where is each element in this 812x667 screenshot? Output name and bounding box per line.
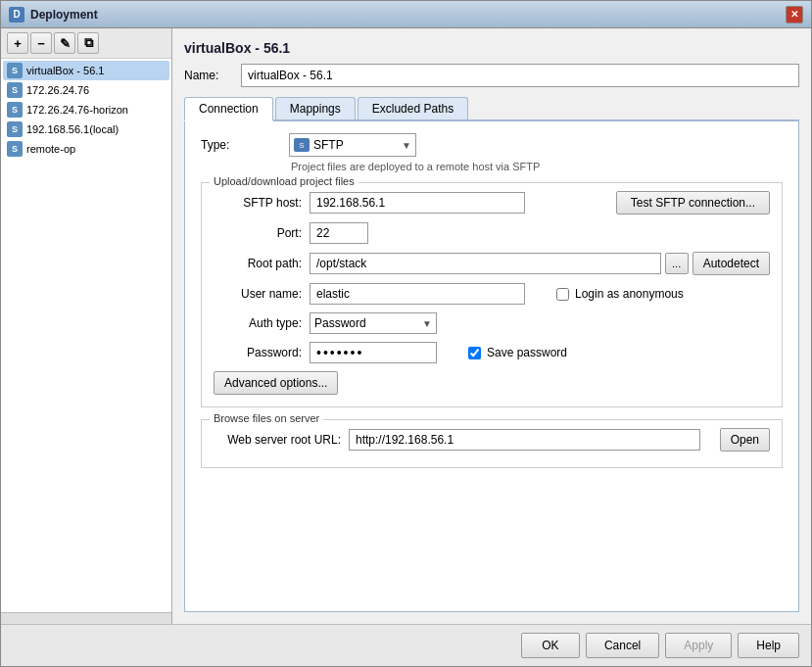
server-icon: S [7, 102, 23, 118]
remove-server-button[interactable]: − [30, 32, 52, 54]
server-icon: S [7, 141, 23, 157]
tab-connection[interactable]: Connection [184, 97, 273, 121]
deployment-window: D Deployment ✕ + − ✎ ⧉ S virtualBox - 56… [0, 0, 812, 667]
user-name-row: User name: Login as anonymous [214, 283, 770, 305]
sidebar-item-virtualbox-56-1[interactable]: S virtualBox - 56.1 [3, 61, 169, 80]
server-icon: S [7, 63, 23, 78]
root-path-input[interactable] [310, 253, 661, 274]
server-tree[interactable]: S virtualBox - 56.1 S 172.26.24.76 S 172… [1, 59, 171, 612]
auth-type-label: Auth type: [214, 316, 302, 330]
sidebar-item-172-26-24-76-horizon[interactable]: S 172.26.24.76-horizon [3, 100, 169, 119]
server-icon: S [7, 82, 23, 98]
auth-type-value: Password [314, 316, 422, 330]
main-panel: virtualBox - 56.1 Name: Connection Mappi… [172, 28, 811, 624]
sidebar-item-label: remote-op [26, 143, 75, 155]
password-label: Password: [214, 346, 302, 359]
root-path-label: Root path: [214, 257, 302, 270]
server-icon: S [7, 121, 23, 137]
sftp-host-label: SFTP host: [214, 196, 302, 210]
auth-type-row: Auth type: Password ▼ [214, 312, 770, 334]
tab-excluded-paths[interactable]: Excluded Paths [358, 97, 468, 119]
login-anon-label: Login as anonymous [575, 287, 684, 301]
sidebar-item-remote-op[interactable]: S remote-op [3, 139, 169, 159]
save-password-row: Save password [468, 346, 567, 359]
tab-bar: Connection Mappings Excluded Paths [184, 97, 799, 121]
advanced-options-button[interactable]: Advanced options... [214, 371, 338, 395]
sidebar-item-label: virtualBox - 56.1 [26, 65, 104, 76]
browse-path-button[interactable]: ... [665, 253, 689, 274]
add-server-button[interactable]: + [7, 32, 28, 54]
title-bar: D Deployment ✕ [1, 1, 811, 28]
bottom-bar: OK Cancel Apply Help [1, 624, 811, 666]
open-button[interactable]: Open [720, 428, 770, 452]
type-select-arrow-icon: ▼ [402, 140, 411, 151]
port-row: Port: [214, 222, 770, 244]
sidebar-item-label: 172.26.24.76 [26, 84, 89, 96]
type-select-text: SFTP [313, 138, 398, 152]
browse-section: Browse files on server Web server root U… [201, 419, 783, 468]
login-anon-checkbox[interactable] [556, 288, 569, 301]
tab-mappings[interactable]: Mappings [275, 97, 356, 119]
web-url-row: Web server root URL: Open [214, 428, 770, 452]
path-row: ... Autodetect [310, 252, 770, 275]
password-row: Password: Save password [214, 342, 770, 363]
web-url-label: Web server root URL: [214, 433, 341, 447]
connection-form: Type: S SFTP ▼ Project files are deploye… [184, 121, 799, 612]
panel-title: virtualBox - 56.1 [184, 40, 799, 56]
sidebar-item-label: 192.168.56.1(local) [26, 123, 119, 135]
user-name-label: User name: [214, 287, 302, 301]
test-sftp-button[interactable]: Test SFTP connection... [616, 191, 770, 214]
type-select[interactable]: S SFTP ▼ [289, 133, 416, 157]
cancel-button[interactable]: Cancel [586, 633, 659, 658]
auth-type-select[interactable]: Password ▼ [310, 312, 437, 334]
help-button[interactable]: Help [738, 633, 799, 658]
user-name-input[interactable] [310, 283, 525, 305]
sidebar-item-192-168-56-1-local[interactable]: S 192.168.56.1(local) [3, 119, 169, 139]
sidebar-item-label: 172.26.24.76-horizon [26, 104, 128, 116]
type-description: Project files are deployed to a remote h… [291, 161, 783, 172]
sftp-host-row: SFTP host: Test SFTP connection... [214, 191, 770, 214]
root-path-row: Root path: ... Autodetect [214, 252, 770, 275]
sftp-host-input[interactable] [310, 192, 525, 214]
ok-button[interactable]: OK [521, 633, 580, 658]
copy-server-button[interactable]: ⧉ [77, 32, 99, 54]
sidebar-toolbar: + − ✎ ⧉ [1, 28, 171, 59]
name-input[interactable] [241, 64, 799, 87]
web-url-input[interactable] [349, 429, 700, 451]
window-icon: D [9, 7, 24, 23]
apply-button[interactable]: Apply [665, 633, 732, 658]
save-password-label: Save password [487, 346, 567, 359]
name-label: Name: [184, 69, 233, 82]
sidebar-scrollbar[interactable] [1, 612, 171, 624]
window-title: Deployment [30, 8, 786, 22]
browse-section-label: Browse files on server [210, 412, 323, 424]
sidebar-item-172-26-24-76[interactable]: S 172.26.24.76 [3, 80, 169, 100]
sidebar: + − ✎ ⧉ S virtualBox - 56.1 S 172.26.24.… [1, 28, 172, 624]
autodetect-button[interactable]: Autodetect [693, 252, 770, 275]
upload-section-label: Upload/download project files [210, 175, 358, 187]
password-input[interactable] [310, 342, 437, 363]
advanced-options-row: Advanced options... [214, 371, 770, 395]
sftp-icon: S [294, 138, 310, 152]
port-label: Port: [214, 226, 302, 240]
port-input[interactable] [310, 222, 368, 244]
edit-server-button[interactable]: ✎ [54, 32, 75, 54]
save-password-checkbox[interactable] [468, 347, 481, 359]
type-label: Type: [201, 138, 279, 152]
type-row: Type: S SFTP ▼ [201, 133, 783, 157]
name-row: Name: [184, 64, 799, 87]
close-button[interactable]: ✕ [786, 6, 803, 24]
upload-section: Upload/download project files SFTP host:… [201, 182, 783, 407]
content-area: + − ✎ ⧉ S virtualBox - 56.1 S 172.26.24.… [1, 28, 811, 624]
login-anon-row: Login as anonymous [556, 287, 684, 301]
auth-type-arrow-icon: ▼ [422, 318, 432, 329]
